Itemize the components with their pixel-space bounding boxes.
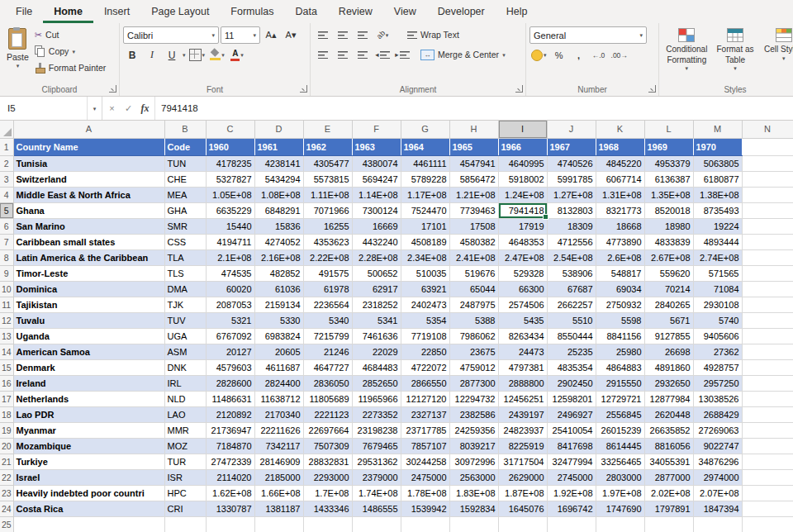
cell[interactable]	[742, 344, 793, 360]
cell[interactable]: Switzerland	[13, 172, 164, 188]
row-header-17[interactable]: 17	[0, 392, 13, 407]
cell[interactable]: 1969	[644, 139, 693, 156]
cell[interactable]: 5063805	[693, 156, 742, 172]
cell[interactable]: 17919	[498, 219, 547, 235]
cell[interactable]: 1.05E+08	[206, 188, 254, 203]
cell[interactable]: 1965	[449, 139, 498, 156]
row-header-8[interactable]: 8	[0, 250, 13, 266]
cell[interactable]: 2915550	[596, 376, 644, 392]
cell[interactable]: Ghana	[13, 203, 164, 219]
cell[interactable]: 65044	[449, 282, 498, 297]
cell[interactable]: 2159134	[254, 297, 303, 313]
cell[interactable]: 2836050	[303, 376, 352, 392]
cell[interactable]: 4178235	[206, 156, 254, 172]
cell[interactable]: 2.47E+08	[498, 250, 547, 266]
tab-formulas[interactable]: Formulas	[220, 0, 284, 23]
cell[interactable]: 1.92E+08	[547, 486, 596, 501]
cell[interactable]: 4759012	[449, 360, 498, 376]
cell[interactable]: 6635229	[206, 203, 254, 219]
cell[interactable]: 4579603	[206, 360, 254, 376]
cell[interactable]: 1381187	[254, 501, 303, 517]
cell[interactable]: 1.27E+08	[547, 188, 596, 203]
cell[interactable]: Code	[164, 139, 206, 156]
cell[interactable]: 2974000	[693, 470, 742, 486]
row-header-2[interactable]: 2	[0, 156, 13, 172]
cell[interactable]: 2439197	[498, 407, 547, 423]
cell[interactable]: TLA	[164, 250, 206, 266]
cell[interactable]: 8417698	[547, 439, 596, 454]
cell[interactable]: 4647727	[303, 360, 352, 376]
cell[interactable]: 6067714	[596, 172, 644, 188]
cell[interactable]: Myanmar	[13, 423, 164, 439]
cell[interactable]: 4274052	[254, 235, 303, 250]
cell[interactable]: 1696742	[547, 501, 596, 517]
cell[interactable]: 5340	[303, 313, 352, 329]
cell[interactable]: 22029	[352, 344, 401, 360]
cell[interactable]	[352, 517, 401, 532]
cell[interactable]: 6983824	[254, 329, 303, 344]
accounting-format-button[interactable]: ▾	[529, 47, 548, 63]
alignment-dialog-launcher-icon[interactable]	[515, 85, 523, 93]
cell[interactable]: 1968	[596, 139, 644, 156]
cell[interactable]: 9022747	[693, 439, 742, 454]
cell[interactable]: HPC	[164, 486, 206, 501]
cell[interactable]: 2902450	[547, 376, 596, 392]
cell[interactable]: 1960	[206, 139, 254, 156]
cell[interactable]: 26635852	[644, 423, 693, 439]
cell[interactable]: 1.62E+08	[206, 486, 254, 501]
cell[interactable]: 2402473	[401, 297, 449, 313]
cell[interactable]	[742, 329, 793, 344]
cell[interactable]: 8132803	[547, 203, 596, 219]
cell[interactable]: 2087053	[206, 297, 254, 313]
cell[interactable]: 4611687	[254, 360, 303, 376]
column-header-I[interactable]: I	[498, 121, 547, 139]
cell[interactable]: 1963	[352, 139, 401, 156]
cell[interactable]: 8841156	[596, 329, 644, 344]
cell[interactable]: IRL	[164, 376, 206, 392]
cell[interactable]: 519676	[449, 266, 498, 282]
cell[interactable]: 67687	[547, 282, 596, 297]
cell[interactable]: 4508189	[401, 235, 449, 250]
enter-button[interactable]: ✓	[121, 101, 135, 116]
cell[interactable]: 7342117	[254, 439, 303, 454]
row-header-12[interactable]: 12	[0, 313, 13, 329]
cell[interactable]: 2293000	[303, 470, 352, 486]
row-header-7[interactable]: 7	[0, 235, 13, 250]
align-center-button[interactable]	[334, 47, 352, 63]
cell[interactable]: 1.87E+08	[498, 486, 547, 501]
cell[interactable]: 1961	[254, 139, 303, 156]
cell[interactable]: 2382586	[449, 407, 498, 423]
cell[interactable]	[401, 517, 449, 532]
cell[interactable]: Turkiye	[13, 454, 164, 470]
cell[interactable]: 2.6E+08	[596, 250, 644, 266]
cell[interactable]: 4580382	[449, 235, 498, 250]
cell[interactable]: 2877000	[644, 470, 693, 486]
cell[interactable]: 4353623	[303, 235, 352, 250]
number-format-select[interactable]: General ▾	[529, 26, 647, 44]
format-as-table-button[interactable]: Format as Table ▾	[711, 25, 760, 73]
font-name-select[interactable]: Calibri ▾	[123, 26, 219, 44]
cell[interactable]: SMR	[164, 219, 206, 235]
cell[interactable]: Ireland	[13, 376, 164, 392]
cell[interactable]: 12294732	[449, 392, 498, 407]
cell[interactable]: 4648353	[498, 235, 547, 250]
cell[interactable]: 12598201	[547, 392, 596, 407]
cell[interactable]: 5598	[596, 313, 644, 329]
cell[interactable]: 2840265	[644, 297, 693, 313]
cell[interactable]: 5435	[498, 313, 547, 329]
cell[interactable]	[742, 454, 793, 470]
wrap-text-button[interactable]: Wrap Text	[405, 26, 462, 43]
cell[interactable]: 4845220	[596, 156, 644, 172]
cell[interactable]: 4305477	[303, 156, 352, 172]
column-header-H[interactable]: H	[449, 121, 498, 139]
cell[interactable]: 2379000	[352, 470, 401, 486]
cell[interactable]: San Marino	[13, 219, 164, 235]
cell[interactable]	[742, 439, 793, 454]
cell[interactable]: 1847394	[693, 501, 742, 517]
conditional-formatting-button[interactable]: Conditional Formatting ▾	[662, 25, 711, 73]
tab-review[interactable]: Review	[328, 0, 383, 23]
cell[interactable]: Israel	[13, 470, 164, 486]
cell[interactable]: DNK	[164, 360, 206, 376]
cell[interactable]: 8039217	[449, 439, 498, 454]
cell[interactable]: 11486631	[206, 392, 254, 407]
